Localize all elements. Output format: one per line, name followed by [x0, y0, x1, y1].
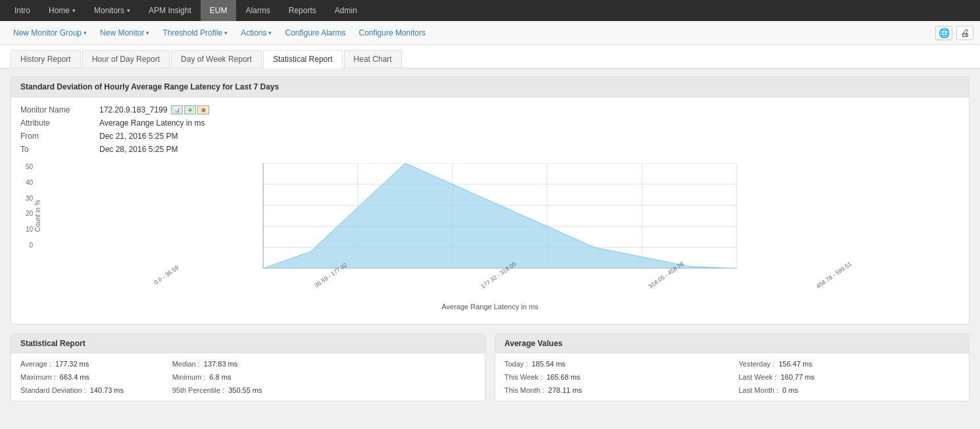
stats-row: Statistical Report Average : 177.32 ms M… — [11, 334, 969, 401]
top-navigation: Intro Home ▾ Monitors ▾ APM Insight EUM … — [0, 0, 980, 21]
home-dropdown-icon: ▾ — [72, 7, 76, 14]
this-week-label: This Week : — [504, 373, 543, 381]
today-label: Today : — [504, 360, 527, 368]
average-values-body: Today : 185.54 ms Yesterday : 156.47 ms … — [495, 353, 969, 401]
last-month-item: Last Month : 0 ms — [739, 386, 960, 394]
nav-apm-insight[interactable]: APM Insight — [139, 0, 201, 21]
average-item: Average : 177.32 ms — [20, 360, 172, 368]
tab-hour-of-day[interactable]: Hour of Day Report — [82, 50, 170, 68]
nav-alarms[interactable]: Alarms — [236, 0, 279, 21]
tab-heat-chart[interactable]: Heat Chart — [344, 50, 402, 68]
attribute-row: Attribute Average Range Latency in ms — [20, 118, 960, 128]
from-value: Dec 21, 2016 5:25 PM — [99, 132, 178, 141]
average-label: Average : — [20, 360, 51, 368]
to-row: To Dec 28, 2016 5:25 PM — [20, 145, 960, 154]
monitor-name-label: Monitor Name — [20, 105, 99, 114]
nav-eum[interactable]: EUM — [201, 0, 237, 21]
new-monitor-arrow-icon: ▾ — [146, 30, 149, 36]
yesterday-value: 156.47 ms — [779, 360, 812, 368]
monitors-dropdown-icon: ▾ — [127, 7, 130, 14]
secondary-navigation: New Monitor Group ▾ New Monitor ▾ Thresh… — [0, 21, 980, 45]
user-avatar-icon[interactable]: 🌐 — [935, 26, 952, 40]
nav-monitors[interactable]: Monitors ▾ — [85, 0, 139, 21]
nav-configure-monitors[interactable]: Configure Monitors — [353, 21, 432, 45]
maximum-value: 663.4 ms — [60, 373, 89, 381]
threshold-arrow-icon: ▾ — [224, 30, 228, 36]
percentile-item: 95th Percentile : 350.55 ms — [172, 386, 324, 394]
actions-arrow-icon: ▾ — [268, 30, 272, 36]
last-week-label: Last Week : — [739, 373, 777, 381]
to-label: To — [20, 145, 99, 154]
nav-admin[interactable]: Admin — [326, 0, 366, 21]
monitor-name-row: Monitor Name 172.20.9.183_7199 📊 ≡ ⊞ — [20, 105, 960, 114]
this-month-value: 278.11 ms — [549, 386, 582, 394]
percentile-value: 350.55 ms — [228, 386, 262, 394]
nav-configure-alarms[interactable]: Configure Alarms — [278, 21, 352, 45]
svg-marker-11 — [263, 163, 737, 268]
this-month-item: This Month : 278.11 ms — [504, 386, 725, 394]
nav-new-monitor[interactable]: New Monitor ▾ — [93, 21, 156, 45]
report-card-body: Monitor Name 172.20.9.183_7199 📊 ≡ ⊞ Att… — [11, 97, 969, 324]
nav-reports[interactable]: Reports — [280, 0, 326, 21]
percentile-label: 95th Percentile : — [172, 386, 225, 394]
statistical-report-stats-card: Statistical Report Average : 177.32 ms M… — [11, 334, 485, 401]
y-tick-40: 40 — [26, 179, 33, 186]
y-tick-20: 20 — [26, 210, 33, 217]
new-monitor-group-arrow-icon: ▾ — [84, 30, 87, 36]
tag-icon[interactable]: ⊞ — [197, 105, 209, 114]
last-week-item: Last Week : 160.77 ms — [739, 373, 960, 381]
monitor-name-value: 172.20.9.183_7199 📊 ≡ ⊞ — [99, 105, 209, 114]
x-axis-title: Average Range Latency in ms — [20, 303, 960, 311]
y-axis-title: Count in % — [34, 200, 41, 232]
nav-new-monitor-group[interactable]: New Monitor Group ▾ — [7, 21, 93, 45]
last-month-value: 0 ms — [783, 386, 798, 394]
y-tick-50: 50 — [26, 163, 33, 170]
nav-intro[interactable]: Intro — [5, 0, 39, 21]
minimum-value: 6.8 ms — [209, 373, 231, 381]
y-tick-30: 30 — [26, 195, 33, 202]
y-axis: 0 10 20 30 40 50 — [26, 163, 33, 249]
report-tabs: History Report Hour of Day Report Day of… — [0, 45, 980, 68]
this-month-label: This Month : — [504, 386, 545, 394]
nav-actions[interactable]: Actions ▾ — [234, 21, 278, 45]
statistical-stats-body: Average : 177.32 ms Median : 137.83 ms M… — [11, 353, 485, 401]
last-month-label: Last Month : — [739, 386, 779, 394]
tab-day-of-week[interactable]: Day of Week Report — [171, 50, 262, 68]
attribute-label: Attribute — [20, 118, 99, 128]
average-values-grid: Today : 185.54 ms Yesterday : 156.47 ms … — [504, 360, 960, 394]
main-content: Standard Deviation of Hourly Average Ran… — [0, 68, 980, 409]
nav-threshold-profile[interactable]: Threshold Profile ▾ — [156, 21, 234, 45]
y-tick-10: 10 — [26, 226, 33, 233]
today-item: Today : 185.54 ms — [504, 360, 725, 368]
median-item: Median : 137.83 ms — [172, 360, 324, 368]
maximum-item: Maximum : 663.4 ms — [20, 373, 172, 381]
minimum-item: Minimum : 6.8 ms — [172, 373, 324, 381]
stddev-label: Standard Deviation : — [20, 386, 86, 394]
nav-right-icons: 🌐 🖨 — [935, 26, 973, 40]
statistical-stats-title: Statistical Report — [11, 334, 485, 353]
nav-home[interactable]: Home ▾ — [39, 0, 85, 21]
yesterday-item: Yesterday : 156.47 ms — [739, 360, 960, 368]
bar-chart-icon[interactable]: 📊 — [171, 105, 183, 114]
median-label: Median : — [172, 360, 200, 368]
this-week-item: This Week : 165.68 ms — [504, 373, 725, 381]
last-week-value: 160.77 ms — [781, 373, 814, 381]
this-week-value: 165.68 ms — [547, 373, 580, 381]
from-label: From — [20, 132, 99, 141]
average-values-card: Average Values Today : 185.54 ms Yesterd… — [495, 334, 969, 401]
x-axis-labels: 0.0 - 36.59 36.59 - 177.32 177.32 - 318.… — [60, 272, 940, 279]
median-value: 137.83 ms — [204, 360, 237, 368]
stddev-item: Standard Deviation : 140.73 ms — [20, 386, 172, 394]
maximum-label: Maximum : — [20, 373, 56, 381]
from-row: From Dec 21, 2016 5:25 PM — [20, 132, 960, 141]
list-icon[interactable]: ≡ — [184, 105, 196, 114]
attribute-value: Average Range Latency in ms — [99, 118, 205, 128]
average-values-title: Average Values — [495, 334, 969, 353]
today-value: 185.54 ms — [531, 360, 565, 368]
average-value: 177.32 ms — [55, 360, 89, 368]
minimum-label: Minimum : — [172, 373, 206, 381]
histogram-chart: 0 10 20 30 40 50 Count in % — [20, 163, 960, 311]
tab-history-report[interactable]: History Report — [11, 50, 81, 68]
print-icon[interactable]: 🖨 — [956, 26, 973, 40]
tab-statistical-report[interactable]: Statistical Report — [263, 50, 343, 68]
